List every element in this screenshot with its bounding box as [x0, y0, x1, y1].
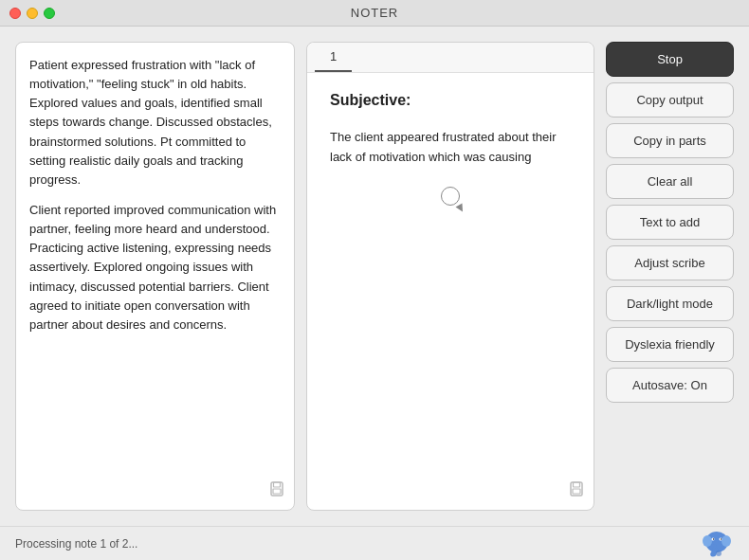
status-bar: Processing note 1 of 2...	[0, 526, 749, 560]
tab-1[interactable]: 1	[315, 43, 352, 72]
copy-parts-button[interactable]: Copy in parts	[606, 123, 734, 158]
app-title: NOTER	[351, 6, 399, 20]
elephant-logo	[700, 525, 734, 560]
processing-cursor-icon	[441, 187, 460, 206]
output-text: The client appeared frustrated about the…	[330, 128, 571, 168]
status-text: Processing note 1 of 2...	[15, 537, 137, 551]
section-heading: Subjective:	[330, 92, 571, 109]
stop-button[interactable]: Stop	[606, 42, 734, 77]
svg-point-13	[716, 551, 722, 556]
svg-point-11	[713, 538, 714, 539]
maximize-button[interactable]	[44, 8, 55, 19]
notes-text: Patient expressed frustration with "lack…	[29, 56, 281, 334]
save-icon-left[interactable]	[269, 481, 284, 500]
adjust-scribe-button[interactable]: Adjust scribe	[606, 245, 734, 280]
svg-rect-2	[273, 489, 281, 494]
output-panel: 1 Subjective: The client appeared frustr…	[306, 42, 594, 511]
copy-output-button[interactable]: Copy output	[606, 82, 734, 117]
tab-bar: 1	[307, 43, 594, 73]
output-content: Subjective: The client appeared frustrat…	[307, 73, 594, 510]
autosave-button[interactable]: Autosave: On	[606, 368, 734, 403]
cursor-area	[330, 168, 571, 225]
title-bar: NOTER	[0, 0, 749, 27]
notes-input-panel: Patient expressed frustration with "lack…	[15, 42, 295, 511]
svg-point-7	[703, 535, 712, 547]
save-icon-right[interactable]	[569, 481, 584, 500]
dark-light-mode-button[interactable]: Dark/light mode	[606, 286, 734, 321]
close-button[interactable]	[9, 8, 21, 19]
action-buttons-panel: Stop Copy output Copy in parts Clear all…	[606, 42, 734, 511]
clear-all-button[interactable]: Clear all	[606, 164, 734, 199]
svg-point-8	[722, 535, 731, 547]
svg-point-12	[721, 538, 722, 539]
minimize-button[interactable]	[27, 8, 38, 19]
main-content: Patient expressed frustration with "lack…	[0, 27, 749, 526]
svg-rect-5	[573, 489, 580, 494]
window-controls	[9, 8, 55, 19]
text-to-add-button[interactable]: Text to add	[606, 205, 734, 240]
dyslexia-friendly-button[interactable]: Dyslexia friendly	[606, 327, 734, 362]
